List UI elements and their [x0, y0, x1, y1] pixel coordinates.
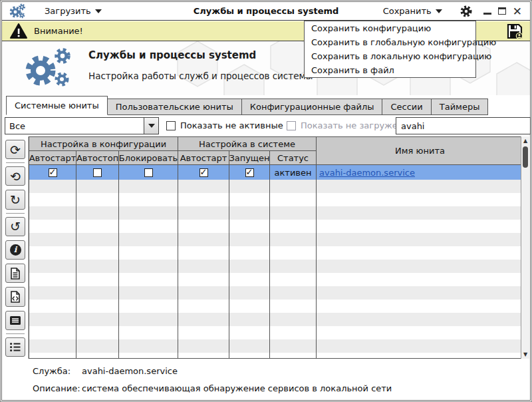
dependencies-button[interactable] — [5, 337, 25, 357]
app-gears-icon — [9, 3, 26, 19]
info-icon: i — [10, 244, 21, 256]
config-block-checkbox[interactable] — [144, 168, 153, 177]
table-row — [29, 300, 523, 313]
menu-item-save-global-config[interactable]: Сохранить в глобальную конфигурацию — [305, 35, 475, 49]
page-title: Службы и процессы systemd — [88, 49, 313, 61]
table-row — [29, 246, 523, 260]
refresh-icon: ⟳ — [10, 142, 21, 157]
table-header: Настройка в конфигурации Настройка в сис… — [29, 137, 523, 165]
units-table: Настройка в конфигурации Настройка в сис… — [29, 136, 524, 359]
table-row — [29, 206, 523, 220]
tab-system-units[interactable]: Системные юниты — [6, 96, 108, 115]
dropdown-arrow-button[interactable] — [144, 118, 158, 134]
warning-triangle-icon — [10, 23, 27, 39]
filter-row: Все Показать не активные Показать не заг… — [2, 115, 530, 136]
table-row — [29, 233, 523, 246]
system-autostart-checkbox[interactable] — [200, 168, 208, 177]
scroll-up-icon[interactable]: ▲ — [521, 136, 529, 145]
table-row — [29, 273, 523, 286]
column-group-config[interactable]: Настройка в конфигурации — [29, 137, 178, 151]
toolbar-separator — [6, 162, 25, 163]
unit-filter-dropdown[interactable]: Все — [5, 117, 159, 134]
description-label: Описание: — [33, 383, 82, 393]
config-autostart-checkbox[interactable] — [49, 168, 57, 177]
table-row — [29, 339, 523, 353]
refresh-button[interactable]: ⟳ — [5, 140, 25, 159]
show-inactive-label: Показать не активные — [180, 120, 283, 130]
column-header-autostart-system[interactable]: Автостарт — [178, 151, 229, 165]
table-row — [29, 260, 523, 273]
app-window: Загрузить Службы и процессы systemd Сохр… — [0, 0, 532, 402]
code-document-icon — [10, 291, 21, 303]
unit-filter-value: Все — [5, 121, 144, 131]
menu-item-save-local-config[interactable]: Сохранить в локальную конфигурацию — [305, 49, 475, 63]
save-menu-button[interactable]: Сохранить — [379, 4, 446, 18]
column-header-autostart-config[interactable]: Автостарт — [29, 151, 76, 165]
chevron-down-icon — [436, 9, 442, 13]
tab-config-files[interactable]: Конфигурационные файлы — [241, 99, 383, 115]
save-menu-label: Сохранить — [383, 6, 432, 16]
status-cell: активен — [270, 165, 317, 180]
tab-sessions[interactable]: Сессии — [382, 99, 431, 115]
redo-icon: ↻ — [10, 192, 21, 207]
show-unloaded-checkbox[interactable] — [287, 121, 296, 130]
config-autostop-checkbox[interactable] — [93, 168, 102, 177]
toolbar-separator — [6, 213, 25, 214]
tab-bar: Системные юниты Пользовательские юниты К… — [6, 96, 530, 115]
info-button[interactable]: i — [5, 240, 25, 260]
empty-rows — [29, 180, 523, 359]
column-header-status[interactable]: Статус — [270, 151, 317, 165]
chevron-down-icon — [95, 9, 102, 13]
settings-gear-icon[interactable] — [458, 3, 474, 19]
description-value: система обеспечивающая обнаружение серви… — [82, 383, 392, 393]
column-group-system[interactable]: Настройка в системе — [178, 137, 317, 151]
search-input[interactable] — [396, 117, 531, 134]
close-button[interactable]: ✕ — [513, 7, 522, 16]
journal-icon — [9, 315, 21, 325]
minimize-button[interactable] — [483, 13, 491, 15]
table-row — [29, 180, 523, 193]
column-header-autostop[interactable]: Автостоп — [76, 151, 119, 165]
table-row-selected[interactable]: активен avahi-daemon.service — [29, 165, 523, 180]
stop-undo-button[interactable]: ↺ — [5, 217, 25, 236]
chevron-down-icon — [148, 124, 155, 128]
unit-name-link[interactable]: avahi-daemon.service — [319, 168, 415, 178]
service-label: Служба: — [33, 366, 82, 376]
table-row — [29, 286, 523, 300]
gears-logo — [21, 47, 84, 91]
scrollbar-thumb[interactable] — [523, 146, 528, 168]
maximize-button[interactable] — [498, 7, 506, 15]
history-restore-button[interactable]: ⟲ — [5, 166, 25, 186]
table-row — [29, 326, 523, 339]
tab-user-units[interactable]: Пользовательские юниты — [107, 99, 242, 115]
open-unit-file-button[interactable] — [5, 264, 25, 283]
column-header-running[interactable]: Запущен — [229, 151, 270, 165]
table-row — [29, 313, 523, 326]
load-menu-button[interactable]: Загрузить — [41, 4, 106, 18]
show-inactive-checkbox[interactable] — [166, 121, 176, 130]
undo-icon: ↺ — [10, 219, 21, 234]
scroll-down-icon[interactable]: ▼ — [521, 350, 529, 359]
column-header-unit-name[interactable]: Имя юнита — [317, 137, 523, 165]
service-value: avahi-daemon.service — [82, 366, 178, 376]
left-toolbar: ⟳ ⟲ ↻ ↺ i — [3, 136, 29, 359]
toolbar-separator — [6, 333, 25, 334]
document-icon — [10, 268, 21, 280]
floppy-save-icon[interactable] — [506, 23, 523, 40]
table-row — [29, 193, 523, 206]
vertical-scrollbar[interactable]: ▲ ▼ — [521, 136, 529, 359]
menu-item-save-to-file[interactable]: Сохранить в файл — [305, 63, 475, 77]
table-row — [29, 220, 523, 233]
bullet-list-icon — [9, 342, 21, 352]
column-header-block[interactable]: Блокировать — [119, 151, 178, 165]
journal-button[interactable] — [5, 311, 25, 330]
edit-config-button[interactable] — [5, 287, 25, 306]
page-subtitle: Настройка работы служб и процессов систе… — [88, 71, 313, 81]
save-dropdown-menu: Сохранить конфигурацию Сохранить в глоба… — [304, 21, 476, 78]
menu-item-save-config[interactable]: Сохранить конфигурацию — [305, 21, 475, 35]
titlebar: Загрузить Службы и процессы systemd Сохр… — [2, 2, 530, 21]
restart-button[interactable]: ↻ — [5, 190, 25, 209]
system-running-checkbox[interactable] — [245, 168, 254, 177]
tab-timers[interactable]: Таймеры — [431, 99, 489, 115]
warning-text: Внимание! — [34, 26, 83, 36]
